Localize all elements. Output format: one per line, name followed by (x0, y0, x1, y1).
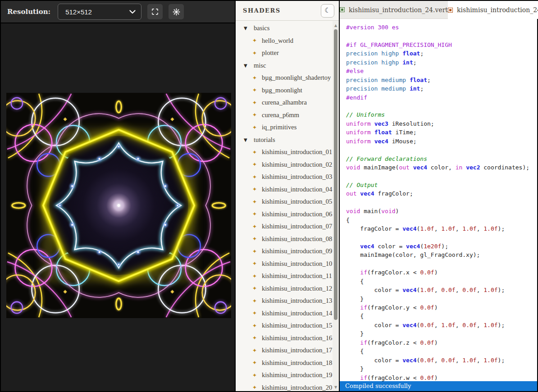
shader-category-basics[interactable]: ▼basics (236, 22, 333, 35)
star-bullet-icon: ✦ (252, 236, 258, 242)
shader-item-kishimisu_introduction_04[interactable]: ✦kishimisu_introduction_04 (236, 183, 333, 196)
shader-item-hello_world[interactable]: ✦hello_world (236, 35, 333, 47)
shader-item-kishimisu_introduction_08[interactable]: ✦kishimisu_introduction_08 (236, 233, 333, 246)
shader-item-curena_alhambra[interactable]: ✦curena_alhambra (236, 96, 333, 109)
shader-item-kishimisu_introduction_10[interactable]: ✦kishimisu_introduction_10 (236, 258, 333, 270)
shader-item-label: kishimisu_introduction_01 (262, 148, 332, 156)
code-line: uniform vec3 iResolution; (346, 120, 537, 129)
resolution-label: Resolution: (7, 8, 50, 16)
code-line (346, 32, 537, 41)
code-line: #if GL_FRAGMENT_PRECISION_HIGH (346, 41, 537, 50)
shader-canvas[interactable] (6, 93, 231, 318)
sun-icon (173, 8, 180, 16)
theme-toggle-button[interactable]: ☾ (321, 4, 334, 18)
star-bullet-icon: ✦ (252, 323, 258, 329)
shader-item-kishimisu_introduction_01[interactable]: ✦kishimisu_introduction_01 (236, 146, 333, 159)
shader-item-kishimisu_introduction_12[interactable]: ✦kishimisu_introduction_12 (236, 283, 333, 295)
frag-file-icon (448, 8, 453, 13)
shader-item-label: kishimisu_introduction_06 (262, 210, 332, 218)
shader-item-kishimisu_introduction_09[interactable]: ✦kishimisu_introduction_09 (236, 245, 333, 258)
category-label: tutorials (254, 136, 275, 144)
code-line: #endif (346, 94, 537, 103)
code-line: out vec4 fragColor; (346, 190, 537, 199)
star-bullet-icon: ✦ (252, 199, 258, 205)
star-bullet-icon: ✦ (252, 248, 258, 255)
shader-item-kishimisu_introduction_02[interactable]: ✦kishimisu_introduction_02 (236, 159, 333, 171)
star-bullet-icon: ✦ (252, 285, 258, 292)
star-bullet-icon: ✦ (252, 161, 258, 168)
code-line: if(fragColor.x < 0.0f) (346, 269, 537, 278)
category-label: misc (254, 62, 266, 69)
shader-item-kishimisu_introduction_20[interactable]: ✦kishimisu_introduction_20 (236, 382, 333, 392)
shader-item-label: bµg_moonlight_shadertoy (262, 74, 331, 82)
resolution-select[interactable]: 512×512 (58, 4, 141, 20)
code-line (346, 146, 537, 155)
code-line: // Output (346, 182, 537, 190)
code-line: { (346, 278, 537, 287)
code-line: if(fragColor.y < 0.0f) (346, 304, 537, 313)
editor-tabbar: kishimisu_introduction_24.vertkishimisu_… (340, 1, 537, 19)
triangle-down-icon: ▼ (244, 63, 249, 68)
star-bullet-icon: ✦ (252, 260, 258, 267)
preview-area (1, 23, 235, 391)
code-line: precision highp int; (346, 59, 537, 68)
shader-item-kishimisu_introduction_07[interactable]: ✦kishimisu_introduction_07 (236, 220, 333, 233)
code-line: #else (346, 68, 537, 76)
shader-item-label: kishimisu_introduction_19 (262, 371, 332, 379)
shader-category-tutorials[interactable]: ▼tutorials (236, 134, 333, 146)
star-bullet-icon: ✦ (252, 37, 258, 44)
shader-item-kishimisu_introduction_13[interactable]: ✦kishimisu_introduction_13 (236, 295, 333, 307)
shader-item-label: kishimisu_introduction_14 (262, 310, 332, 317)
shader-item-label: kishimisu_introduction_08 (262, 235, 332, 243)
shader-item-label: kishimisu_introduction_15 (262, 322, 332, 329)
tab-kishimisu_introduction_24.vert[interactable]: kishimisu_introduction_24.vert (340, 1, 448, 19)
shader-item-kishimisu_introduction_15[interactable]: ✦kishimisu_introduction_15 (236, 319, 333, 332)
code-line: vec4 color = vec4(1e20f); (346, 243, 537, 251)
code-line (346, 173, 537, 181)
shader-item-label: kishimisu_introduction_07 (262, 223, 332, 230)
shader-item-bµg_moonlight[interactable]: ✦bµg_moonlight (236, 84, 333, 97)
shader-item-iq_primitives[interactable]: ✦iq_primitives (236, 121, 333, 134)
shader-item-curena_p6mm[interactable]: ✦curena_p6mm (236, 109, 333, 122)
code-line: void mainImage(out vec4 color, in vec2 c… (346, 164, 537, 173)
tab-label: kishimisu_introduction_24.frag (457, 6, 538, 14)
fullscreen-button[interactable] (147, 4, 163, 19)
shader-studio-window: Resolution: 512×512 (0, 0, 538, 392)
shader-item-kishimisu_introduction_05[interactable]: ✦kishimisu_introduction_05 (236, 196, 333, 208)
code-line: precision mediump int; (346, 85, 537, 94)
shader-item-bµg_moonlight_shadertoy[interactable]: ✦bµg_moonlight_shadertoy (236, 72, 333, 84)
shader-item-label: plotter (262, 49, 279, 57)
shader-item-kishimisu_introduction_19[interactable]: ✦kishimisu_introduction_19 (236, 369, 333, 382)
code-line: precision mediump float; (346, 77, 537, 85)
shader-item-kishimisu_introduction_16[interactable]: ✦kishimisu_introduction_16 (236, 332, 333, 345)
tab-label: kishimisu_introduction_24.vert (349, 6, 448, 14)
tab-kishimisu_introduction_24.frag[interactable]: kishimisu_introduction_24.frag● (448, 1, 538, 19)
star-bullet-icon: ✦ (252, 298, 258, 304)
code-line (346, 260, 537, 269)
star-bullet-icon: ✦ (252, 87, 258, 93)
shader-item-plotter[interactable]: ✦plotter (236, 47, 333, 59)
code-line: { (346, 348, 537, 356)
star-bullet-icon: ✦ (252, 273, 258, 279)
shader-item-label: kishimisu_introduction_10 (262, 260, 332, 268)
scroll-up-arrow[interactable]: ▲ (333, 22, 339, 28)
code-line: // Uniforms (346, 111, 537, 120)
star-bullet-icon: ✦ (252, 186, 258, 192)
shader-item-kishimisu_introduction_06[interactable]: ✦kishimisu_introduction_06 (236, 208, 333, 221)
shader-item-kishimisu_introduction_17[interactable]: ✦kishimisu_introduction_17 (236, 344, 333, 357)
shader-item-label: kishimisu_introduction_18 (262, 359, 332, 367)
code-editor[interactable]: #version 300 es #if GL_FRAGMENT_PRECISIO… (340, 19, 537, 391)
shader-item-label: kishimisu_introduction_17 (262, 346, 332, 354)
shader-item-kishimisu_introduction_03[interactable]: ✦kishimisu_introduction_03 (236, 171, 333, 183)
scroll-down-arrow[interactable]: ▼ (333, 384, 339, 390)
star-bullet-icon: ✦ (252, 124, 258, 131)
shader-item-kishimisu_introduction_11[interactable]: ✦kishimisu_introduction_11 (236, 270, 333, 283)
scrollbar-thumb[interactable] (334, 29, 337, 320)
code-line: fragColor = vec4(1.0f, 1.0f, 1.0f, 1.0f)… (346, 225, 537, 234)
shader-item-kishimisu_introduction_18[interactable]: ✦kishimisu_introduction_18 (236, 357, 333, 369)
preview-column: Resolution: 512×512 (1, 1, 235, 391)
reset-time-button[interactable] (169, 4, 184, 19)
code-line: void main(void) (346, 208, 537, 216)
shader-category-misc[interactable]: ▼misc (236, 59, 333, 72)
shader-item-kishimisu_introduction_14[interactable]: ✦kishimisu_introduction_14 (236, 307, 333, 320)
